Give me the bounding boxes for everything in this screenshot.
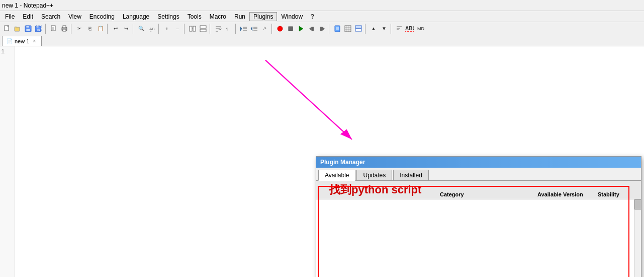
scrollbar[interactable] bbox=[634, 199, 641, 277]
sep1 bbox=[45, 24, 47, 34]
word-wrap-button[interactable] bbox=[213, 24, 223, 34]
save-all-button[interactable] bbox=[34, 24, 44, 34]
cut-button[interactable]: ✂ bbox=[74, 24, 84, 34]
macro-stop-button[interactable] bbox=[286, 24, 296, 34]
menu-item-view[interactable]: View bbox=[64, 12, 85, 21]
open-button[interactable] bbox=[13, 24, 23, 34]
svg-rect-38 bbox=[312, 27, 314, 31]
table2-button[interactable] bbox=[353, 24, 363, 34]
svg-rect-23 bbox=[200, 29, 206, 32]
dialog-content: 找到python script Category Available Versi… bbox=[316, 181, 641, 277]
svg-line-58 bbox=[265, 60, 352, 139]
macro-rec-button[interactable] bbox=[275, 24, 285, 34]
close-button[interactable] bbox=[49, 24, 59, 34]
menu-item-plugins[interactable]: Plugins bbox=[249, 12, 277, 21]
replace-button[interactable]: AB→ bbox=[147, 24, 157, 34]
title-bar-text: new 1 - Notepad++ bbox=[2, 2, 53, 9]
tab-close-button[interactable]: × bbox=[31, 38, 37, 44]
svg-marker-36 bbox=[299, 26, 303, 31]
down-button[interactable]: ▼ bbox=[379, 24, 389, 34]
svg-rect-40 bbox=[320, 27, 322, 31]
col-check bbox=[319, 182, 329, 197]
col-version: Available Version bbox=[537, 191, 598, 197]
redo-button[interactable]: ↪ bbox=[121, 24, 131, 34]
dedent-button[interactable] bbox=[249, 24, 259, 34]
indent-button[interactable] bbox=[239, 24, 249, 34]
plugin-rows bbox=[316, 199, 634, 277]
svg-rect-51 bbox=[355, 29, 361, 31]
editor-area[interactable]: 1 Plugin Manager AvailableUpdatesInstall… bbox=[0, 46, 644, 277]
find-button[interactable]: 🔍 bbox=[136, 24, 146, 34]
sep5 bbox=[158, 24, 160, 34]
macro-play-button[interactable] bbox=[296, 24, 306, 34]
svg-rect-2 bbox=[15, 27, 17, 28]
sep12 bbox=[391, 24, 393, 34]
svg-point-34 bbox=[278, 26, 283, 31]
zoom-out-button[interactable]: − bbox=[172, 24, 182, 34]
menu-bar: FileEditSearchViewEncodingLanguageSettin… bbox=[0, 11, 644, 22]
paste-button[interactable]: 📋 bbox=[96, 24, 106, 34]
dialog-title-bar: Plugin Manager bbox=[316, 157, 641, 168]
new-button[interactable] bbox=[2, 24, 12, 34]
plugin-table-header: 找到python script Category Available Versi… bbox=[316, 181, 641, 199]
comment-button[interactable]: /* bbox=[260, 24, 270, 34]
menu-item-run[interactable]: Run bbox=[230, 12, 249, 21]
menu-item-language[interactable]: Language bbox=[119, 12, 153, 21]
tab-icon: 📄 bbox=[7, 38, 13, 44]
svg-text:→: → bbox=[149, 30, 152, 32]
sep8 bbox=[235, 24, 237, 34]
dialog-tab-installed[interactable]: Installed bbox=[393, 170, 429, 180]
svg-rect-4 bbox=[26, 26, 29, 28]
print-button[interactable] bbox=[59, 24, 69, 34]
spellcheck-button[interactable]: ABC bbox=[405, 24, 415, 34]
title-bar: new 1 - Notepad++ bbox=[0, 0, 644, 11]
line-numbers: 1 bbox=[0, 46, 15, 277]
macro-skip-fwd[interactable] bbox=[317, 24, 327, 34]
macro-skip-back[interactable] bbox=[307, 24, 317, 34]
menu-item-tools[interactable]: Tools bbox=[183, 12, 206, 21]
sep10 bbox=[329, 24, 331, 34]
dialog-tab-updates[interactable]: Updates bbox=[356, 170, 392, 180]
undo-button[interactable]: ↩ bbox=[111, 24, 121, 34]
scrollbar-thumb[interactable] bbox=[634, 199, 641, 210]
menu-item-edit[interactable]: Edit bbox=[19, 12, 37, 21]
copy-button[interactable]: ⎘ bbox=[85, 24, 95, 34]
svg-rect-45 bbox=[345, 26, 351, 32]
toolbar: ✂ ⎘ 📋 ↩ ↪ 🔍 AB→ + − ¶ /* bbox=[0, 22, 644, 35]
extra-button[interactable]: MD bbox=[415, 24, 426, 34]
svg-text:¶: ¶ bbox=[226, 27, 228, 31]
all-chars-button[interactable]: ¶ bbox=[224, 24, 234, 34]
table-button[interactable] bbox=[343, 24, 353, 34]
svg-rect-20 bbox=[193, 26, 196, 31]
sep4 bbox=[133, 24, 135, 34]
book-button[interactable] bbox=[332, 24, 342, 34]
tab-bar: 📄 new 1 × bbox=[0, 35, 644, 46]
menu-item-encoding[interactable]: Encoding bbox=[85, 12, 119, 21]
plugin-table-body[interactable] bbox=[316, 199, 641, 277]
sort-button[interactable] bbox=[394, 24, 404, 34]
svg-marker-37 bbox=[309, 27, 312, 31]
sep6 bbox=[184, 24, 186, 34]
sync-v-button[interactable] bbox=[188, 24, 198, 34]
plugin-manager-dialog[interactable]: Plugin Manager AvailableUpdatesInstalled… bbox=[316, 156, 641, 277]
dialog-tab-available[interactable]: Available bbox=[318, 170, 355, 181]
svg-rect-19 bbox=[190, 26, 192, 31]
svg-rect-50 bbox=[355, 26, 361, 28]
svg-rect-15 bbox=[63, 26, 66, 28]
save-button[interactable] bbox=[23, 24, 33, 34]
tab-label: new 1 bbox=[15, 38, 29, 44]
menu-item-settings[interactable]: Settings bbox=[153, 12, 183, 21]
up-button[interactable]: ▲ bbox=[369, 24, 379, 34]
zoom-in-button[interactable]: + bbox=[162, 24, 172, 34]
menu-item-file[interactable]: File bbox=[1, 12, 19, 21]
sep3 bbox=[107, 24, 109, 34]
svg-text:ABC: ABC bbox=[405, 26, 414, 31]
svg-rect-22 bbox=[200, 26, 206, 28]
sync-h-button[interactable] bbox=[198, 24, 208, 34]
tab-new1[interactable]: 📄 new 1 × bbox=[2, 36, 42, 46]
menu-item-window[interactable]: Window bbox=[277, 12, 307, 21]
svg-rect-5 bbox=[26, 29, 30, 31]
menu-item-macro[interactable]: Macro bbox=[206, 12, 230, 21]
menu-item-?[interactable]: ? bbox=[307, 12, 318, 21]
menu-item-search[interactable]: Search bbox=[37, 12, 64, 21]
